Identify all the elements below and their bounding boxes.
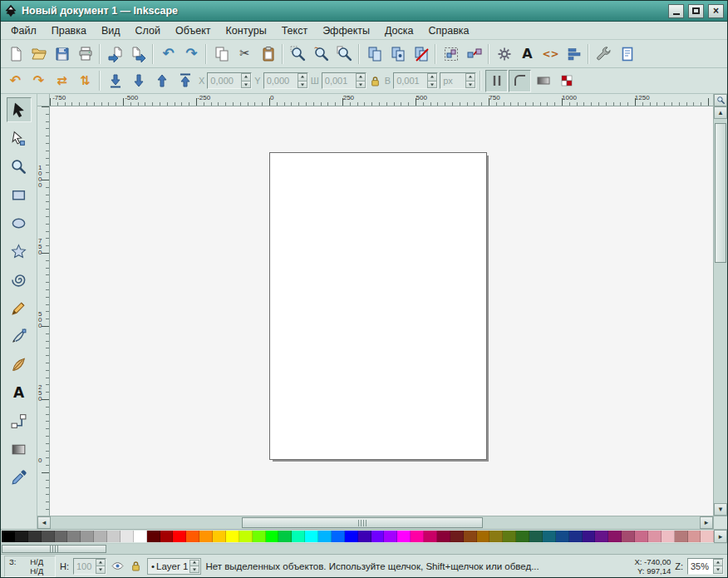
menu-path[interactable]: Контуры bbox=[219, 22, 274, 39]
menu-help[interactable]: Справка bbox=[421, 22, 476, 39]
menu-whiteboard[interactable]: Доска bbox=[377, 22, 421, 39]
raise-button[interactable] bbox=[150, 70, 173, 92]
color-swatch[interactable] bbox=[186, 531, 199, 542]
color-swatch[interactable] bbox=[397, 531, 411, 542]
horizontal-scrollbar[interactable]: ◂ ▸ bbox=[37, 516, 713, 529]
save-button[interactable] bbox=[51, 42, 73, 65]
raise-top-button[interactable] bbox=[174, 70, 196, 92]
xml-editor-button[interactable]: <> bbox=[539, 42, 562, 65]
color-swatch[interactable] bbox=[42, 531, 55, 542]
y-input[interactable] bbox=[264, 73, 298, 88]
move-patterns-toggle[interactable] bbox=[555, 70, 578, 92]
color-swatch[interactable] bbox=[608, 531, 622, 542]
vertical-scrollbar[interactable]: ▴ ▾ bbox=[713, 94, 727, 529]
maximize-button[interactable] bbox=[688, 4, 704, 18]
clone-button[interactable] bbox=[386, 42, 409, 65]
color-swatch[interactable] bbox=[278, 531, 292, 542]
menu-object[interactable]: Объект bbox=[168, 22, 219, 39]
palette-scroll-track[interactable] bbox=[1, 544, 727, 554]
canvas[interactable] bbox=[50, 106, 713, 516]
color-swatch[interactable] bbox=[569, 531, 583, 542]
color-swatch[interactable] bbox=[424, 531, 437, 542]
zoom-drawing-button[interactable] bbox=[310, 42, 332, 65]
scroll-left-button[interactable]: ◂ bbox=[37, 516, 51, 529]
cut-button[interactable]: ✂ bbox=[234, 42, 256, 65]
color-swatch[interactable] bbox=[67, 531, 81, 542]
color-swatch[interactable] bbox=[595, 531, 608, 542]
color-swatch[interactable] bbox=[688, 531, 701, 542]
color-swatch[interactable] bbox=[583, 531, 596, 542]
zoom-input[interactable] bbox=[688, 559, 713, 574]
color-swatch[interactable] bbox=[503, 531, 516, 542]
menu-layer[interactable]: Слой bbox=[128, 22, 168, 39]
scroll-up-button[interactable]: ▴ bbox=[714, 106, 727, 119]
gradient-tool-button[interactable] bbox=[7, 437, 32, 462]
titlebar[interactable]: Новый документ 1 — Inkscape × bbox=[1, 1, 727, 22]
unlink-clone-button[interactable] bbox=[410, 42, 432, 65]
height-spinner[interactable] bbox=[427, 73, 437, 88]
menu-text[interactable]: Текст bbox=[274, 22, 315, 39]
color-swatch[interactable] bbox=[173, 531, 186, 542]
close-button[interactable]: × bbox=[708, 4, 724, 18]
redo-button[interactable]: ↷ bbox=[180, 42, 203, 65]
rotate-ccw-button[interactable]: ↶ bbox=[4, 70, 27, 92]
x-input[interactable] bbox=[208, 73, 241, 88]
color-swatch[interactable] bbox=[213, 531, 226, 542]
color-swatch[interactable] bbox=[199, 531, 213, 542]
open-button[interactable] bbox=[27, 42, 50, 65]
rotate-cw-button[interactable]: ↷ bbox=[27, 70, 50, 92]
lock-ratio-toggle[interactable] bbox=[368, 74, 382, 88]
color-swatch[interactable] bbox=[147, 531, 160, 542]
zoom-tool-button[interactable] bbox=[7, 154, 32, 179]
color-swatch[interactable] bbox=[701, 531, 714, 542]
y-spinner[interactable] bbox=[298, 73, 307, 88]
color-swatch[interactable] bbox=[556, 531, 569, 542]
horizontal-scroll-thumb[interactable] bbox=[242, 517, 483, 528]
scale-stroke-toggle[interactable] bbox=[485, 70, 508, 92]
preferences-button[interactable] bbox=[593, 42, 615, 65]
flip-horizontal-button[interactable]: ⇄ bbox=[51, 70, 73, 92]
width-input[interactable] bbox=[322, 73, 356, 88]
color-swatch[interactable] bbox=[464, 531, 477, 542]
color-swatch[interactable] bbox=[543, 531, 556, 542]
document-properties-button[interactable] bbox=[616, 42, 638, 65]
color-swatch[interactable] bbox=[94, 531, 107, 542]
color-swatch[interactable] bbox=[529, 531, 543, 542]
zoom-spinner[interactable] bbox=[713, 559, 723, 574]
opacity-input[interactable] bbox=[74, 559, 96, 574]
color-swatch[interactable] bbox=[648, 531, 662, 542]
width-spinner[interactable] bbox=[356, 73, 366, 88]
height-input[interactable] bbox=[394, 73, 427, 88]
unit-spinner[interactable] bbox=[465, 73, 475, 88]
layer-selector[interactable]: • Layer 1 bbox=[147, 558, 201, 575]
document-page[interactable] bbox=[269, 152, 487, 460]
fill-stroke-indicator[interactable]: З: Н/Д Н/Д bbox=[4, 556, 56, 577]
lower-button[interactable] bbox=[127, 70, 150, 92]
spiral-tool-button[interactable] bbox=[7, 267, 32, 292]
color-swatch[interactable] bbox=[622, 531, 635, 542]
color-swatch[interactable] bbox=[121, 531, 134, 542]
color-swatch[interactable] bbox=[477, 531, 490, 542]
color-swatch[interactable] bbox=[332, 531, 345, 542]
layer-combo-arrows[interactable] bbox=[189, 560, 199, 573]
color-swatch[interactable] bbox=[450, 531, 464, 542]
import-button[interactable] bbox=[104, 42, 126, 65]
color-swatch[interactable] bbox=[226, 531, 239, 542]
rect-tool-button[interactable] bbox=[7, 182, 32, 207]
duplicate-button[interactable] bbox=[363, 42, 386, 65]
color-swatch[interactable] bbox=[239, 531, 253, 542]
pen-tool-button[interactable] bbox=[7, 324, 32, 348]
horizontal-ruler[interactable]: -750-500-250025050075010001250 bbox=[50, 94, 713, 106]
dropper-tool-button[interactable] bbox=[7, 465, 32, 490]
layer-visibility-toggle[interactable] bbox=[111, 559, 125, 573]
color-swatch[interactable] bbox=[635, 531, 648, 542]
color-swatch[interactable] bbox=[411, 531, 424, 542]
color-swatch[interactable] bbox=[516, 531, 529, 542]
pencil-tool-button[interactable] bbox=[7, 295, 32, 320]
menu-file[interactable]: Файл bbox=[3, 22, 44, 39]
color-swatch[interactable] bbox=[2, 531, 15, 542]
opacity-spinner[interactable] bbox=[96, 559, 106, 574]
zoom-page-button[interactable] bbox=[333, 42, 356, 65]
group-button[interactable] bbox=[440, 42, 462, 65]
x-spinner[interactable] bbox=[241, 73, 251, 88]
